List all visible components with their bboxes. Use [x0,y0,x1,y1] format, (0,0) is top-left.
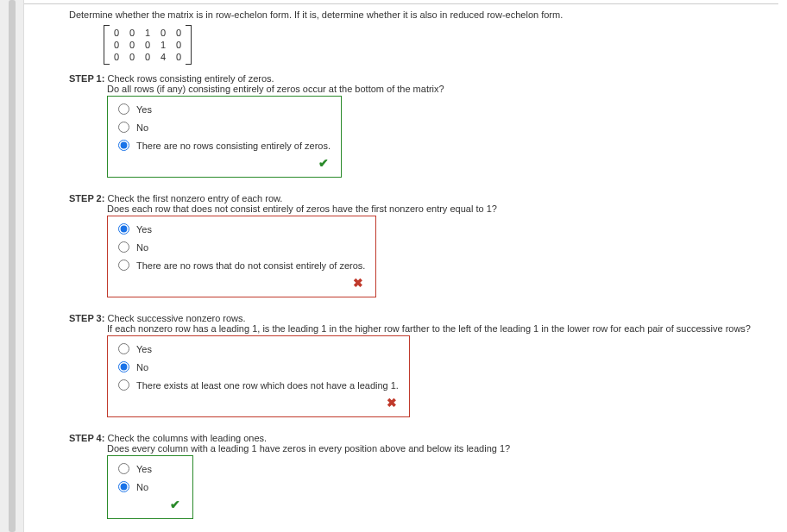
step-subquestion: Do all rows (if any) consisting entirely… [107,84,778,94]
option-label[interactable]: No [136,482,148,492]
answer-box: YesNoThere exists at least one row which… [107,335,410,417]
matrix-row: 00100 [109,27,186,39]
matrix-row: 00010 [109,39,186,51]
answer-box: YesNoThere are no rows that do not consi… [107,216,376,297]
radio-input[interactable] [118,223,129,235]
answer-box: YesNoThere are no rows consisting entire… [107,96,342,178]
radio-input[interactable] [118,260,129,271]
steps-container: STEP 1: Check rows consisting entirely o… [69,73,778,532]
step-label: STEP 3: [69,313,107,323]
option-row[interactable]: There are no rows consisting entirely of… [111,136,334,154]
option-label[interactable]: Yes [136,224,152,235]
radio-input[interactable] [118,343,129,354]
step-subquestion: Does each row that does not consist enti… [107,203,778,214]
option-label[interactable]: Yes [136,104,152,115]
top-divider [17,3,778,4]
step-block: STEP 1: Check rows consisting entirely o… [69,73,778,178]
step-header: STEP 2: Check the first nonzero entry of… [69,193,778,203]
option-row[interactable]: Yes [111,220,368,238]
option-label[interactable]: There are no rows that do not consist en… [136,260,365,271]
option-label[interactable]: Yes [136,344,152,354]
option-label[interactable]: Yes [136,464,152,474]
step-block: STEP 2: Check the first nonzero entry of… [69,193,778,297]
radio-input[interactable] [118,463,129,474]
step-header: STEP 4: Check the columns with leading o… [69,433,778,443]
step-block: STEP 3: Check successive nonzero rows.If… [69,313,778,417]
step-block: STEP 4: Check the columns with leading o… [69,433,778,519]
radio-input[interactable] [118,122,129,133]
radio-input[interactable] [118,103,129,115]
step-title: Check the columns with leading ones. [107,433,267,443]
cross-icon: ✖ [111,274,368,293]
step-subquestion: Does every column with a leading 1 have … [107,443,778,454]
option-row[interactable]: Yes [111,460,186,478]
step-label: STEP 1: [69,73,107,84]
step-title: Check the first nonzero entry of each ro… [107,193,282,203]
left-scroll-rail [0,0,24,532]
matrix-display: 00100 00010 00040 [104,25,192,65]
matrix-table: 00100 00010 00040 [109,27,186,63]
option-row[interactable]: Yes [111,100,334,118]
scroll-thumb[interactable] [9,0,16,532]
option-row[interactable]: Yes [111,340,402,358]
option-row[interactable]: There exists at least one row which does… [111,376,402,394]
option-row[interactable]: No [111,358,402,376]
option-row[interactable]: No [111,238,368,256]
option-row[interactable]: There are no rows that do not consist en… [111,256,368,274]
step-title: Check rows consisting entirely of zeros. [107,73,274,84]
radio-input[interactable] [118,140,129,151]
check-icon: ✔ [111,154,334,173]
question-text: Determine whether the matrix is in row-e… [69,9,778,20]
step-label: STEP 4: [69,433,107,443]
answer-box: YesNo✔ [107,455,193,519]
cross-icon: ✖ [111,394,402,413]
radio-input[interactable] [118,361,129,372]
option-label[interactable]: No [136,122,148,133]
option-label[interactable]: No [136,242,148,253]
option-row[interactable]: No [111,478,186,496]
page-content: Determine whether the matrix is in row-e… [0,0,787,532]
option-label[interactable]: There exists at least one row which does… [136,380,399,391]
check-icon: ✔ [111,496,186,515]
step-header: STEP 3: Check successive nonzero rows. [69,313,778,323]
matrix-row: 00040 [109,51,186,63]
option-row[interactable]: No [111,118,334,136]
step-subquestion: If each nonzero row has a leading 1, is … [107,323,778,334]
step-header: STEP 1: Check rows consisting entirely o… [69,73,778,84]
step-title: Check successive nonzero rows. [107,313,245,323]
radio-input[interactable] [118,481,129,492]
radio-input[interactable] [118,379,129,391]
option-label[interactable]: There are no rows consisting entirely of… [136,141,331,151]
radio-input[interactable] [118,241,129,253]
step-label: STEP 2: [69,193,107,203]
option-label[interactable]: No [136,362,148,372]
